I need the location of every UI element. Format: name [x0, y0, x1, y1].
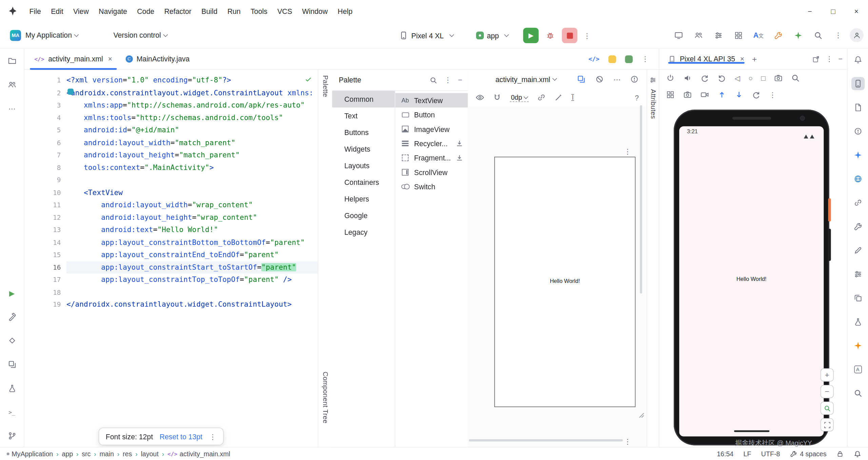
breadcrumb-item-layout[interactable]: layout — [141, 450, 158, 458]
line-number[interactable]: 10 — [24, 186, 63, 199]
palette-category-common[interactable]: Common — [332, 91, 395, 108]
inspections-ok-icon[interactable] — [304, 75, 312, 83]
infer-constraints-wand-icon[interactable] — [554, 93, 563, 102]
menu-code[interactable]: Code — [132, 4, 159, 18]
palette-category-legacy[interactable]: Legacy — [332, 224, 395, 241]
palette-category-google[interactable]: Google — [332, 207, 395, 224]
structure-icon[interactable] — [851, 268, 864, 281]
palette-item-switch[interactable]: Switch — [395, 179, 468, 194]
palette-category-buttons[interactable]: Buttons — [332, 124, 395, 141]
menu-navigate[interactable]: Navigate — [94, 4, 132, 18]
app-quality-insights-icon[interactable] — [851, 124, 864, 138]
line-number[interactable]: 14 — [24, 236, 63, 249]
code-line[interactable]: xmlns:tools="http://schemas.android.com/… — [66, 112, 318, 124]
line-number[interactable]: 8 — [24, 161, 63, 174]
breadcrumb-item-app[interactable]: app — [62, 450, 73, 458]
assistant-icon[interactable]: A — [851, 363, 864, 376]
new-device-tab-button[interactable]: + — [752, 54, 757, 64]
run-button[interactable]: ▶ — [523, 28, 539, 43]
view-options-eye-icon[interactable] — [475, 93, 484, 102]
design-help-icon[interactable]: ? — [635, 93, 639, 101]
device-selector[interactable]: Pixel 4 XL — [396, 29, 456, 42]
palette-item-recycler[interactable]: Recycler... — [395, 136, 468, 151]
plugin-icon[interactable] — [790, 27, 807, 43]
palette-item-button[interactable]: Button — [395, 108, 468, 122]
overview-button-icon[interactable]: □ — [761, 74, 766, 82]
code-line[interactable]: android:layout_width="wrap_content" — [66, 199, 318, 211]
caret-position[interactable]: 16:54 — [717, 450, 733, 458]
vcs-widget[interactable]: Version control — [109, 31, 167, 39]
volume-icon[interactable] — [683, 74, 692, 82]
palette-options-icon[interactable]: ⋮ — [444, 76, 451, 84]
menu-build[interactable]: Build — [196, 4, 222, 18]
stop-button[interactable] — [562, 28, 578, 43]
breadcrumb-item-myapplication[interactable]: MyApplication — [12, 450, 53, 458]
panel-more-icon[interactable]: ⋮ — [826, 55, 833, 63]
code-line[interactable]: tools:context=".MainActivity"> — [66, 161, 318, 174]
more-run-options-icon[interactable]: ⋮ — [581, 31, 593, 39]
back-button-icon[interactable]: ◁ — [735, 74, 740, 82]
design-view-button[interactable] — [625, 55, 633, 63]
translation-icon[interactable] — [851, 172, 864, 186]
palette-category-layouts[interactable]: Layouts — [332, 157, 395, 174]
code-line[interactable] — [66, 174, 318, 187]
breadcrumb-item-res[interactable]: res — [123, 450, 132, 458]
commit-tool-window-icon[interactable] — [5, 334, 19, 347]
debug-button[interactable] — [542, 28, 558, 43]
layout-element-gutter-icon[interactable] — [67, 89, 74, 95]
run-tool-window-icon[interactable]: ▶ — [5, 286, 19, 300]
canvas-resize-handle[interactable] — [637, 410, 645, 420]
code-line[interactable]: xmlns:app="http://schemas.android.com/ap… — [66, 99, 318, 112]
palette-strip-tab[interactable]: Palette — [322, 75, 330, 97]
more-actions-icon[interactable]: ⋮ — [830, 27, 846, 43]
more-tool-windows-icon[interactable]: ⋯ — [5, 102, 19, 115]
editor-more-icon[interactable]: ⋮ — [642, 55, 649, 63]
project-avatar[interactable]: MA — [10, 30, 21, 41]
line-number[interactable]: 2 — [24, 87, 63, 99]
project-name[interactable]: My Application — [25, 31, 72, 39]
notifications-icon[interactable] — [851, 53, 864, 66]
component-tree-tab[interactable]: Component Tree — [322, 372, 330, 424]
line-number[interactable]: 12 — [24, 211, 63, 224]
line-number[interactable]: 5 — [24, 124, 63, 137]
menu-refactor[interactable]: Refactor — [159, 4, 197, 18]
layout-inspector-icon[interactable] — [851, 387, 864, 400]
reset-font-size-link[interactable]: Reset to 13pt — [160, 432, 202, 440]
menu-run[interactable]: Run — [222, 4, 245, 18]
device-mirroring-icon[interactable] — [851, 196, 864, 209]
code-line[interactable]: app:layout_constraintBottom_toBottomOf="… — [66, 236, 318, 249]
firebase-icon[interactable] — [851, 339, 864, 352]
code-view-button[interactable]: </> — [589, 55, 599, 62]
palette-item-scrollview[interactable]: ScrollView — [395, 165, 468, 179]
readonly-lock-icon[interactable] — [836, 450, 844, 457]
code-line[interactable]: android:id="@+id/main" — [66, 124, 318, 137]
emulator-more-icon[interactable]: ⋮ — [769, 91, 776, 99]
tool-windows-icon[interactable] — [710, 27, 727, 43]
hide-panel-icon[interactable]: − — [839, 55, 843, 63]
logcat-icon[interactable] — [851, 101, 864, 114]
zoom-out-button[interactable]: − — [821, 385, 834, 398]
line-number[interactable]: 17 — [24, 274, 63, 286]
tab-activity-main-xml[interactable]: </> activity_main.xml × — [28, 49, 119, 69]
running-devices-icon[interactable] — [851, 77, 864, 90]
tab-pixel-4-xl-api-35[interactable]: Pixel 4 XL API 35 × — [666, 55, 747, 63]
home-button-icon[interactable]: ○ — [748, 74, 753, 82]
run-configuration-selector[interactable]: app — [473, 29, 512, 42]
open-in-window-icon[interactable] — [812, 55, 820, 63]
line-number[interactable]: 1 — [24, 74, 63, 87]
code-line[interactable]: android:layout_height="wrap_content" — [66, 211, 318, 224]
code-line[interactable]: <androidx.constraintlayout.widget.Constr… — [66, 87, 318, 99]
code-line[interactable]: <TextView — [66, 186, 318, 199]
push-file-icon[interactable] — [717, 90, 726, 99]
zoom-in-button[interactable]: + — [821, 368, 834, 382]
emulator-screen[interactable]: 3:21 Hello World! — [679, 126, 824, 436]
status-notifications-icon[interactable] — [854, 450, 862, 458]
design-file-name[interactable]: activity_main.xml — [495, 75, 550, 83]
code-line[interactable]: app:layout_constraintTop_toTopOf="parent… — [66, 274, 318, 286]
menu-file[interactable]: File — [24, 4, 46, 18]
design-blueprint-toggle-icon[interactable] — [577, 75, 586, 83]
maximize-button[interactable]: □ — [822, 0, 845, 22]
line-number[interactable]: 3 — [24, 99, 63, 112]
default-margin-selector[interactable]: 0dp — [510, 93, 529, 101]
design-more-icon[interactable]: ⋯ — [613, 75, 620, 83]
